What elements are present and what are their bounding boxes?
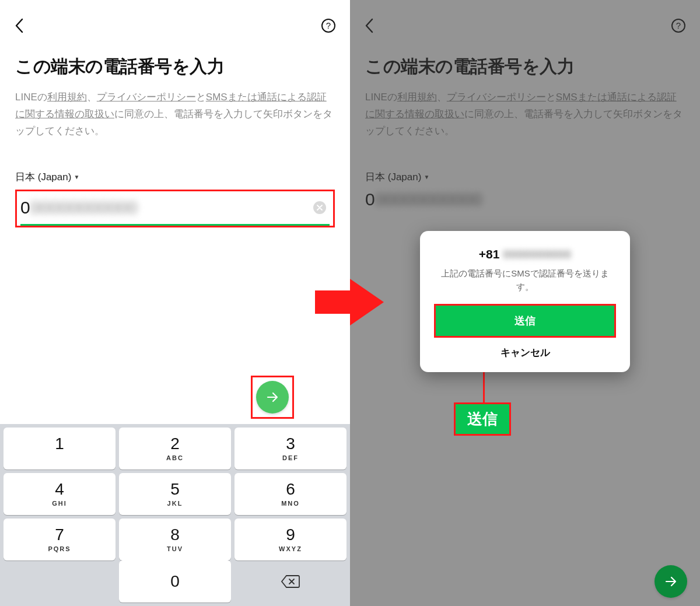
- country-selector[interactable]: 日本 (Japan) ▼: [15, 170, 335, 184]
- keypad-key-8[interactable]: 8TUV: [119, 519, 231, 561]
- help-icon[interactable]: ?: [321, 18, 336, 33]
- country-label: 日本 (Japan): [15, 170, 71, 184]
- backspace-icon[interactable]: [235, 561, 346, 603]
- annotation-box-fab: [251, 376, 294, 419]
- keypad-key-3[interactable]: 3DEF: [235, 428, 346, 470]
- next-button[interactable]: [654, 565, 687, 598]
- annotation-box-phone: 000000000000: [15, 190, 335, 227]
- right-screen: ? この端末の電話番号を入力 LINEの利用規約、プライバシーポリシーとSMSま…: [350, 0, 700, 606]
- description-text: LINEの利用規約、プライバシーポリシーとSMSまたは通話による認証に関する情報…: [15, 89, 335, 140]
- phone-input[interactable]: 000000000000: [20, 194, 330, 222]
- keypad-key-0[interactable]: 0: [119, 561, 231, 603]
- flow-arrow-icon: [315, 273, 385, 334]
- page-title: この端末の電話番号を入力: [15, 55, 335, 79]
- confirm-dialog: +81 0000000000 上記の電話番号にSMSで認証番号を送ります。 送信…: [420, 231, 630, 372]
- numeric-keypad: 1 2ABC3DEF4GHI5JKL6MNO7PQRS8TUV9WXYZ 0: [0, 424, 350, 606]
- keypad-blank: [4, 561, 116, 603]
- keypad-key-2[interactable]: 2ABC: [119, 428, 231, 470]
- keypad-key-5[interactable]: 5JKL: [119, 473, 231, 515]
- keypad-key-7[interactable]: 7PQRS: [4, 519, 116, 561]
- keypad-key-6[interactable]: 6MNO: [235, 473, 346, 515]
- cancel-button[interactable]: キャンセル: [434, 346, 616, 359]
- clear-icon[interactable]: [313, 201, 326, 214]
- svg-text:?: ?: [326, 20, 331, 30]
- keypad-key-4[interactable]: 4GHI: [4, 473, 116, 515]
- link-terms[interactable]: 利用規約: [47, 92, 87, 103]
- next-button[interactable]: [256, 381, 289, 414]
- annotation-callout-send: 送信: [454, 402, 511, 436]
- link-privacy[interactable]: プライバシーポリシー: [97, 92, 196, 103]
- left-screen: ? この端末の電話番号を入力 LINEの利用規約、プライバシーポリシーとSMSま…: [0, 0, 350, 606]
- dialog-phone-number: +81 0000000000: [434, 247, 616, 261]
- annotation-box-send: 送信: [434, 304, 616, 338]
- keypad-key-9[interactable]: 9WXYZ: [235, 519, 346, 561]
- keypad-key-1[interactable]: 1: [4, 428, 116, 470]
- send-button[interactable]: 送信: [436, 306, 614, 336]
- dialog-message: 上記の電話番号にSMSで認証番号を送ります。: [434, 267, 616, 293]
- chevron-down-icon: ▼: [74, 174, 79, 180]
- input-underline: [20, 224, 330, 226]
- back-icon[interactable]: [14, 17, 26, 34]
